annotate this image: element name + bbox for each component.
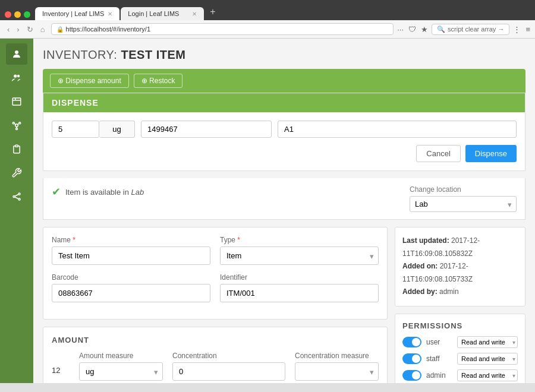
search-bar[interactable]: 🔍 script clear array → (432, 24, 509, 35)
perm-admin-label: admin (426, 371, 452, 380)
type-label: Type * (220, 236, 379, 244)
tab-login-label: Login | Leaf LIMS (128, 10, 179, 17)
dispense-amount-btn-label: ⊕ Dispense amount (58, 77, 121, 85)
perm-select-wrapper-staff: Read and write (457, 353, 518, 365)
amount-row: 12 Amount measure ug Concentration (52, 352, 379, 381)
perm-staff-label: staff (426, 355, 452, 363)
barcode-input[interactable] (52, 284, 210, 302)
sidebar-item-inventory[interactable] (6, 91, 27, 112)
perm-toggle-staff[interactable] (402, 353, 421, 364)
form-group-conc-measure: Concentration measure (295, 352, 379, 381)
close-window-btn[interactable] (5, 11, 11, 18)
info-row: ✔ Item is available in Lab Change locati… (43, 178, 525, 220)
perm-row-staff: staff Read and write (402, 353, 518, 365)
concentration-input[interactable] (172, 362, 285, 381)
dispense-body: Cancel Dispense (43, 112, 525, 170)
concentration-label: Concentration (172, 352, 285, 360)
nav-buttons: ‹ › ↻ ⌂ (5, 24, 48, 35)
tab-inventory-close[interactable]: ✕ (108, 11, 112, 17)
name-input[interactable] (52, 246, 210, 265)
amount-measure-select[interactable]: ug (79, 362, 163, 381)
action-bar: ⊕ Dispense amount ⊕ Restock (43, 69, 525, 93)
minimize-window-btn[interactable] (14, 11, 21, 18)
maximize-window-btn[interactable] (24, 11, 30, 18)
conc-measure-select[interactable] (295, 362, 379, 381)
dispense-amount-btn[interactable]: ⊕ Dispense amount (50, 74, 129, 88)
tab-login[interactable]: Login | Leaf LIMS ✕ (121, 7, 204, 20)
sidebar-item-person[interactable] (6, 43, 27, 65)
new-tab-btn[interactable]: + (205, 4, 220, 20)
perm-toggle-dot-user (412, 338, 420, 346)
svg-point-7 (12, 122, 14, 124)
address-bar[interactable]: 🔒 https://localhost/#/inventory/1 (51, 23, 394, 35)
location-select[interactable]: Lab (410, 196, 517, 212)
identifier-input[interactable] (220, 284, 379, 302)
sidebar-item-integration[interactable] (6, 186, 27, 207)
url-text: https://localhost/#/inventory/1 (66, 26, 150, 33)
cancel-btn[interactable]: Cancel (416, 145, 460, 162)
barcode-label: Barcode (52, 273, 210, 282)
identifier-label: Identifier (220, 273, 379, 282)
search-icon: 🔍 (437, 26, 445, 33)
forward-btn[interactable]: › (14, 24, 21, 35)
amount-input-group (52, 121, 135, 138)
reload-btn[interactable]: ↻ (24, 24, 36, 35)
browser-controls: ‹ › ↻ ⌂ 🔒 https://localhost/#/inventory/… (0, 20, 535, 39)
name-label: Name * (52, 236, 210, 244)
svg-line-11 (18, 124, 19, 125)
perm-toggle-dot-admin (412, 371, 420, 380)
svg-rect-3 (12, 98, 21, 105)
tab-login-close[interactable]: ✕ (192, 11, 197, 17)
restock-btn[interactable]: ⊕ Restock (134, 74, 183, 88)
svg-line-10 (14, 124, 15, 125)
dispense-input-row (52, 121, 517, 138)
sidebar-item-wrench[interactable] (6, 162, 27, 184)
form-group-name: Name * (52, 236, 210, 265)
page-title: INVENTORY: TEST ITEM (43, 48, 525, 62)
type-select[interactable]: Item (220, 246, 379, 265)
check-circle-icon: ✔ (52, 185, 61, 198)
tab-inventory[interactable]: Inventory | Leaf LIMS ✕ (35, 7, 119, 20)
perm-toggle-user[interactable] (402, 337, 421, 347)
menu-icon[interactable]: ≡ (525, 25, 530, 34)
svg-point-2 (17, 75, 20, 78)
browser-tabs: Inventory | Leaf LIMS ✕ Login | Leaf LIM… (5, 4, 530, 20)
home-btn[interactable]: ⌂ (38, 24, 48, 35)
svg-point-0 (15, 50, 18, 54)
change-location-label: Change location (410, 185, 517, 194)
location-group: Change location Lab (410, 185, 517, 212)
sidebar-item-protocol[interactable] (6, 138, 27, 160)
back-btn[interactable]: ‹ (5, 24, 12, 35)
browser-toolbar-icons: ··· 🛡 ★ (397, 25, 428, 34)
svg-point-9 (16, 128, 18, 130)
browser-chrome: Inventory | Leaf LIMS ✕ Login | Leaf LIM… (0, 0, 535, 20)
extensions-icon: ··· (397, 25, 404, 34)
added-on: Added on: 2017-12-11T16:09:08.105733Z (402, 260, 518, 286)
perm-select-staff[interactable]: Read and write (457, 353, 518, 365)
page-title-name: TEST ITEM (121, 48, 185, 61)
form-group-identifier: Identifier (220, 273, 379, 302)
dispense-amount-input[interactable] (52, 121, 99, 138)
perm-toggle-admin[interactable] (402, 370, 421, 381)
dispense-barcode-input[interactable] (141, 121, 272, 138)
dispense-section: DISPENSE Cancel Dispense (43, 93, 525, 171)
perm-select-user[interactable]: Read and write (457, 336, 518, 348)
form-group-type: Type * Item (220, 236, 379, 265)
dispense-identifier-input[interactable] (278, 121, 517, 138)
perm-select-wrapper-admin: Read and write (457, 369, 518, 381)
sidebar-item-molecule[interactable] (6, 115, 27, 136)
type-select-wrapper: Item (220, 246, 379, 265)
name-required: * (73, 236, 75, 244)
location-select-wrapper: Lab (410, 196, 517, 212)
form-row-barcode-identifier: Barcode Identifier (52, 273, 379, 302)
form-group-amount-measure: Amount measure ug (79, 352, 163, 381)
perm-select-admin[interactable]: Read and write (457, 369, 518, 381)
amount-measure-select-wrapper: ug (79, 362, 163, 381)
sidebar-item-people[interactable] (6, 67, 27, 88)
dispense-actions: Cancel Dispense (52, 145, 517, 162)
tab-inventory-label: Inventory | Leaf LIMS (42, 10, 104, 17)
dispense-confirm-btn[interactable]: Dispense (465, 145, 517, 162)
dispense-unit-input (99, 121, 135, 138)
search-text: script clear array → (448, 26, 504, 33)
last-updated-label: Last updated: (402, 236, 449, 245)
